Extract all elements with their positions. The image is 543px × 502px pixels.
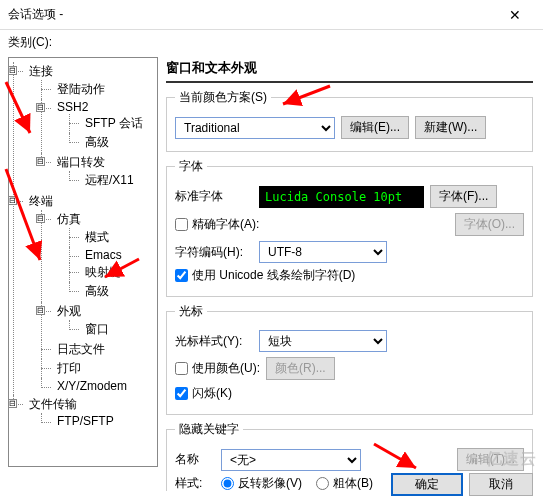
panel-title: 窗口和文本外观: [166, 57, 533, 83]
radio-bold[interactable]: [316, 477, 329, 490]
hidden-name-label: 名称: [175, 451, 215, 468]
dialog-footer: 确定 取消: [391, 473, 533, 496]
exact-font-label: 精确字体(A):: [192, 216, 259, 233]
tree-item-advanced-2[interactable]: 高级: [83, 284, 111, 298]
exact-font-checkbox[interactable]: [175, 218, 188, 231]
unicode-checkbox[interactable]: [175, 269, 188, 282]
unicode-label: 使用 Unicode 线条绘制字符(D): [192, 267, 355, 284]
watermark: 亿速云: [486, 449, 537, 470]
tree-item-advanced[interactable]: 高级: [83, 135, 111, 149]
window-title: 会话选项 -: [8, 6, 63, 23]
font-preview: Lucida Console 10pt: [259, 186, 424, 208]
tree-toggle-icon[interactable]: ⊟: [8, 399, 17, 408]
radio-bold-label: 粗体(B): [333, 475, 373, 491]
radio-reverse-row[interactable]: 反转影像(V): [221, 475, 302, 491]
tree-item-file-transfer[interactable]: 文件传输: [27, 397, 79, 411]
blink-checkbox-row[interactable]: 闪烁(K): [175, 385, 524, 402]
tree-item-remote-x11[interactable]: 远程/X11: [83, 173, 136, 187]
cursor-style-select[interactable]: 短块: [259, 330, 387, 352]
exact-font-checkbox-row[interactable]: 精确字体(A):: [175, 216, 259, 233]
encoding-select[interactable]: UTF-8: [259, 241, 387, 263]
cursor-group: 光标 光标样式(Y): 短块 使用颜色(U): 颜色(R)...: [166, 303, 533, 415]
tree-item-emulation[interactable]: 仿真: [55, 212, 83, 226]
tree-item-logfile[interactable]: 日志文件: [55, 342, 107, 356]
tree-item-window[interactable]: 窗口: [83, 322, 111, 336]
close-button[interactable]: ✕: [495, 1, 535, 29]
tree-toggle-icon[interactable]: ⊟: [36, 157, 45, 166]
unicode-checkbox-row[interactable]: 使用 Unicode 线条绘制字符(D): [175, 267, 524, 284]
tree-item-modes[interactable]: 模式: [83, 230, 111, 244]
scheme-edit-button[interactable]: 编辑(E)...: [341, 116, 409, 139]
font-o-button: 字体(O)...: [455, 213, 524, 236]
font-group: 字体 标准字体 Lucida Console 10pt 字体(F)... 精确字…: [166, 158, 533, 297]
tree-item-xyzmodem[interactable]: X/Y/Zmodem: [55, 379, 129, 393]
tree-item-sftp-session[interactable]: SFTP 会话: [83, 116, 145, 130]
tree-toggle-icon[interactable]: ⊟: [36, 103, 45, 112]
blink-label: 闪烁(K): [192, 385, 232, 402]
tree-toggle-icon[interactable]: ⊟: [36, 214, 45, 223]
use-color-label: 使用颜色(U):: [192, 360, 260, 377]
hidden-style-radios: 反转影像(V) 粗体(B): [221, 475, 373, 491]
scheme-select[interactable]: Traditional: [175, 117, 335, 139]
tree-item-connection[interactable]: 连接: [27, 64, 55, 78]
tree-item-mapped-keys[interactable]: 映射键: [83, 265, 123, 279]
ok-button[interactable]: 确定: [391, 473, 463, 496]
cursor-color-button: 颜色(R)...: [266, 357, 335, 380]
tree-item-ftp-sftp[interactable]: FTP/SFTP: [55, 414, 116, 428]
color-scheme-legend: 当前颜色方案(S): [175, 89, 271, 106]
tree-toggle-icon[interactable]: ⊟: [8, 196, 17, 205]
close-icon: ✕: [509, 7, 521, 23]
titlebar: 会话选项 - ✕: [0, 0, 543, 30]
settings-panel: 窗口和文本外观 当前颜色方案(S) Traditional 编辑(E)... 新…: [166, 57, 535, 491]
category-tree[interactable]: ⊟连接 登陆动作 ⊟SSH2 SFTP 会话 高级 ⊟端口转发 远程/X11: [8, 57, 158, 467]
hidden-name-select[interactable]: <无>: [221, 449, 361, 471]
tree-item-appearance[interactable]: 外观: [55, 304, 83, 318]
tree-toggle-icon[interactable]: ⊟: [8, 66, 17, 75]
radio-bold-row[interactable]: 粗体(B): [316, 475, 373, 491]
font-legend: 字体: [175, 158, 207, 175]
cursor-legend: 光标: [175, 303, 207, 320]
tree-item-terminal[interactable]: 终端: [27, 194, 55, 208]
color-scheme-group: 当前颜色方案(S) Traditional 编辑(E)... 新建(W)...: [166, 89, 533, 152]
radio-reverse-label: 反转影像(V): [238, 475, 302, 491]
radio-reverse[interactable]: [221, 477, 234, 490]
category-label: 类别(C):: [0, 30, 543, 53]
use-color-checkbox[interactable]: [175, 362, 188, 375]
hidden-style-label: 样式:: [175, 475, 215, 491]
use-color-checkbox-row[interactable]: 使用颜色(U):: [175, 360, 260, 377]
cursor-style-label: 光标样式(Y):: [175, 333, 253, 350]
tree-item-port-forward[interactable]: 端口转发: [55, 155, 107, 169]
hidden-legend: 隐藏关键字: [175, 421, 243, 438]
tree-item-print[interactable]: 打印: [55, 361, 83, 375]
scheme-new-button[interactable]: 新建(W)...: [415, 116, 486, 139]
standard-font-label: 标准字体: [175, 188, 253, 205]
encoding-label: 字符编码(H):: [175, 244, 253, 261]
tree-item-ssh2[interactable]: SSH2: [55, 100, 90, 114]
tree-toggle-icon[interactable]: ⊟: [36, 306, 45, 315]
blink-checkbox[interactable]: [175, 387, 188, 400]
tree-item-emacs[interactable]: Emacs: [83, 248, 124, 262]
font-button[interactable]: 字体(F)...: [430, 185, 497, 208]
cancel-button[interactable]: 取消: [469, 473, 533, 496]
tree-item-login-actions[interactable]: 登陆动作: [55, 82, 107, 96]
